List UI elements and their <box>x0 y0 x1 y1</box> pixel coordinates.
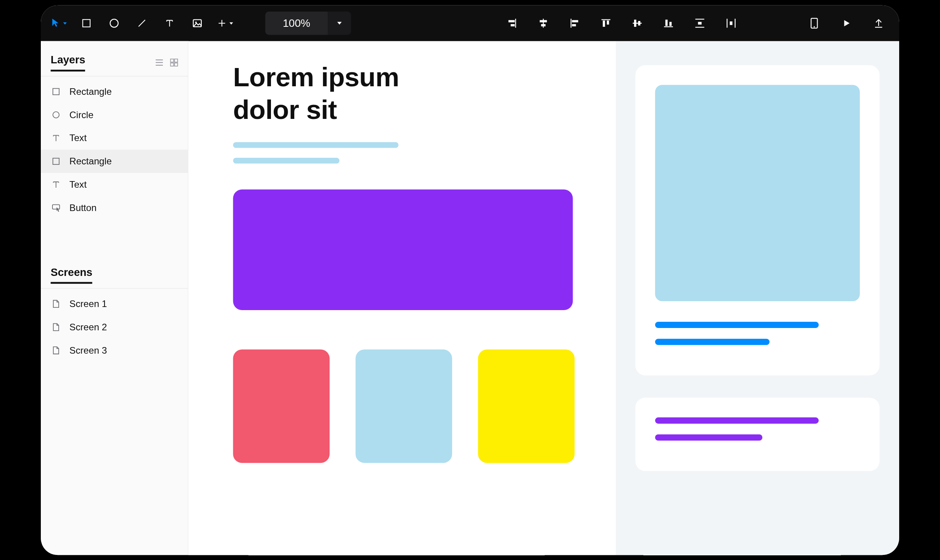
svg-rect-15 <box>603 20 605 26</box>
layer-item[interactable]: Text <box>41 126 188 150</box>
text-icon <box>51 179 61 190</box>
screen-list: Screen 1Screen 2Screen 3 <box>41 288 188 373</box>
button-icon <box>51 202 61 213</box>
circle-icon <box>51 109 61 120</box>
svg-rect-6 <box>508 20 515 22</box>
layers-view-mode <box>155 58 178 66</box>
distribute-v-icon <box>695 17 704 28</box>
zoom-readout[interactable]: 100% <box>265 11 328 35</box>
svg-rect-0 <box>83 19 90 27</box>
tile[interactable] <box>478 349 575 463</box>
svg-rect-28 <box>730 21 732 25</box>
layer-label: Text <box>70 133 87 143</box>
ellipse-tool[interactable] <box>106 15 122 31</box>
svg-rect-35 <box>171 59 174 62</box>
list-view-icon[interactable] <box>155 58 164 66</box>
svg-rect-38 <box>175 63 178 66</box>
svg-point-30 <box>814 26 815 27</box>
layer-label: Rectangle <box>70 156 112 167</box>
distribute-vertical[interactable] <box>692 15 708 31</box>
preview-card-1[interactable] <box>636 65 880 375</box>
align-bottom[interactable] <box>660 15 676 31</box>
layer-item[interactable]: Rectangle <box>41 150 188 173</box>
shape-tools <box>51 15 233 31</box>
align-top-icon <box>601 17 611 28</box>
svg-rect-13 <box>572 24 576 26</box>
hero-title[interactable]: Lorem ipsum dolor sit <box>233 61 466 126</box>
screen-item[interactable]: Screen 2 <box>41 315 188 338</box>
screen-item[interactable]: Screen 1 <box>41 292 188 316</box>
svg-line-2 <box>138 20 145 26</box>
svg-point-1 <box>110 19 118 27</box>
play-icon <box>842 19 851 28</box>
text-line <box>233 158 340 164</box>
text-tool[interactable] <box>162 15 178 31</box>
line-icon <box>137 18 147 28</box>
text-placeholder <box>655 417 860 441</box>
layer-label: Button <box>70 202 97 213</box>
zoom-dropdown[interactable] <box>328 11 351 35</box>
layer-item[interactable]: Circle <box>41 103 188 126</box>
align-right[interactable] <box>504 15 520 31</box>
layer-list: RectangleCircleTextRectangleTextButton <box>41 76 188 231</box>
layer-item[interactable]: Button <box>41 196 188 219</box>
add-tool[interactable] <box>217 18 233 28</box>
align-center-vertical[interactable] <box>629 15 645 31</box>
tile-row <box>233 349 589 463</box>
svg-rect-22 <box>669 22 672 26</box>
screen-item[interactable]: Screen 3 <box>41 338 188 362</box>
page-icon <box>51 298 61 309</box>
plus-icon <box>217 18 227 28</box>
tile[interactable] <box>356 349 452 463</box>
export-button[interactable] <box>870 15 886 31</box>
screen-label: Screen 3 <box>70 345 107 356</box>
align-center-horizontal[interactable] <box>535 15 551 31</box>
distribute-horizontal[interactable] <box>723 15 739 31</box>
align-top[interactable] <box>598 15 614 31</box>
align-right-icon <box>507 18 517 28</box>
layer-label: Rectangle <box>70 86 112 97</box>
rect-icon <box>51 86 61 97</box>
chevron-down-icon <box>337 22 342 24</box>
panel-title-layers: Layers <box>51 53 85 71</box>
align-tools <box>504 15 739 31</box>
grid-view-icon[interactable] <box>170 58 178 66</box>
text-line <box>233 142 399 148</box>
circle-icon <box>109 17 120 28</box>
select-tool[interactable] <box>51 17 66 29</box>
tile[interactable] <box>233 349 330 463</box>
layer-item[interactable]: Rectangle <box>41 80 188 103</box>
image-tool[interactable] <box>189 15 205 31</box>
distribute-h-icon <box>726 18 737 28</box>
svg-rect-19 <box>638 21 640 26</box>
upload-icon <box>874 17 883 28</box>
align-bottom-icon <box>664 17 673 28</box>
svg-rect-37 <box>171 63 174 66</box>
text-line <box>655 338 769 345</box>
align-center-v-icon <box>632 17 642 28</box>
app-body: Layers RectangleCircleTextRectangl <box>41 41 899 555</box>
canvas[interactable]: Lorem ipsum dolor sit <box>189 41 616 555</box>
text-line <box>655 417 819 424</box>
preview-card-2[interactable] <box>636 398 880 471</box>
text-icon <box>165 18 175 28</box>
device-preview[interactable] <box>806 15 822 31</box>
svg-rect-36 <box>175 59 178 62</box>
hero-banner-rect[interactable] <box>233 189 573 310</box>
text-placeholder <box>655 321 860 345</box>
rectangle-tool[interactable] <box>79 15 94 31</box>
app-window: 100% <box>41 5 899 555</box>
line-tool[interactable] <box>134 15 150 31</box>
play-preview[interactable] <box>839 15 854 31</box>
layer-item[interactable]: Text <box>41 173 188 196</box>
page-icon <box>51 321 61 332</box>
screens-panel-header: Screens <box>41 261 188 288</box>
chevron-down-icon <box>229 22 233 24</box>
text-icon <box>51 133 61 143</box>
svg-rect-10 <box>541 24 546 26</box>
text-line <box>655 321 819 328</box>
svg-rect-25 <box>698 22 702 24</box>
align-left[interactable] <box>566 15 582 31</box>
svg-rect-42 <box>52 204 59 209</box>
svg-point-40 <box>53 112 59 118</box>
